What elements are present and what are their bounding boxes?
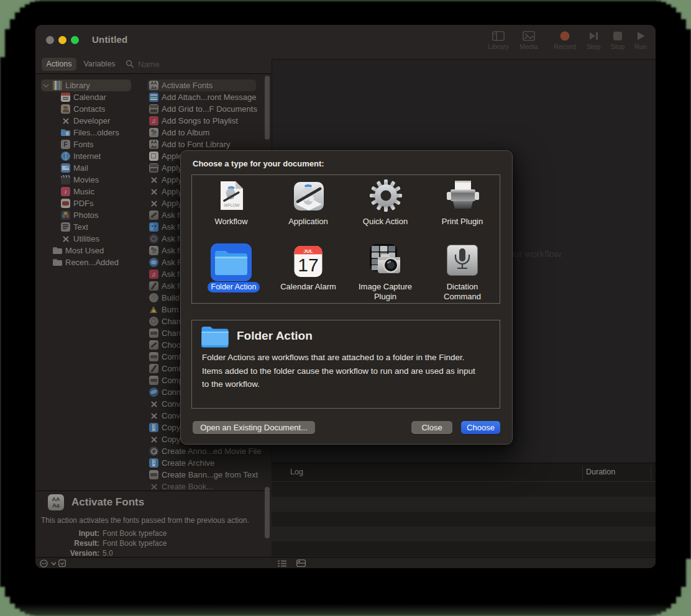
svg-text:JUL: JUL (303, 248, 313, 254)
svg-text:WFLOW: WFLOW (224, 203, 240, 207)
svg-text:17: 17 (298, 255, 318, 275)
